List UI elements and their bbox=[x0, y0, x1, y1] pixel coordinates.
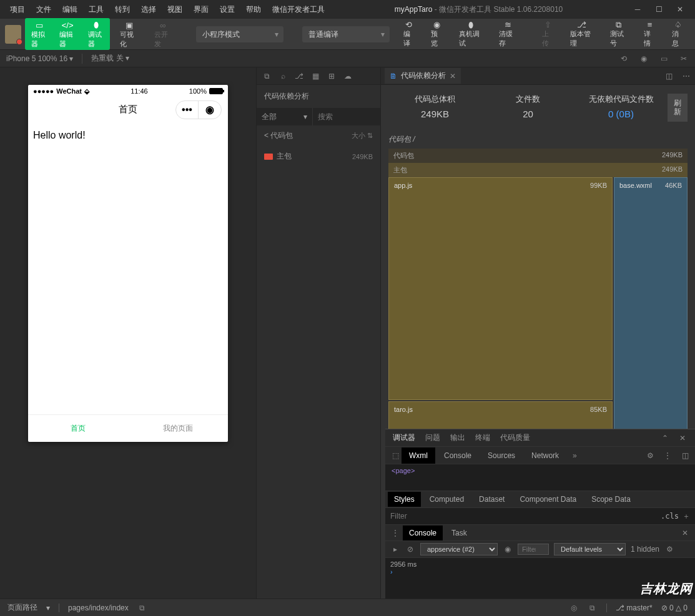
styles-tab[interactable]: Styles bbox=[388, 492, 421, 507]
breadcrumb[interactable]: 代码包 / bbox=[381, 130, 695, 149]
more-icon[interactable]: ⋯ bbox=[681, 72, 691, 81]
computed-tab[interactable]: Computed bbox=[423, 492, 470, 507]
menu-view[interactable]: 视图 bbox=[162, 2, 187, 17]
close-tab-icon[interactable]: ✕ bbox=[450, 72, 456, 81]
device-select[interactable]: iPhone 5 100% 16 ▾ bbox=[6, 54, 73, 63]
capsule-close[interactable]: ◉ bbox=[199, 101, 221, 119]
cloud2-icon[interactable]: ☁ bbox=[343, 72, 353, 81]
copy-icon[interactable]: ⧉ bbox=[262, 72, 272, 81]
tab-problems[interactable]: 问题 bbox=[425, 433, 440, 443]
test-button[interactable]: ⧉测试号 bbox=[604, 19, 634, 49]
dom-tree[interactable]: <page> bbox=[385, 464, 695, 477]
version-button[interactable]: ⎇版本管理 bbox=[564, 19, 600, 49]
preview-button[interactable]: ◉预览 bbox=[425, 19, 449, 49]
add-style-icon[interactable]: ＋ bbox=[683, 511, 690, 522]
real-debug-button[interactable]: ⬮真机调试 bbox=[453, 19, 489, 49]
devtab-console[interactable]: Console bbox=[436, 447, 479, 464]
console-tab[interactable]: Console bbox=[403, 526, 443, 540]
scopedata-tab[interactable]: Scope Data bbox=[585, 492, 637, 507]
mode-select[interactable]: 小程序模式 bbox=[196, 26, 283, 42]
maximize-button[interactable]: ☐ bbox=[654, 4, 664, 14]
simulator-button[interactable]: ▭模拟器 bbox=[25, 18, 54, 50]
message-button[interactable]: ♤消息 bbox=[666, 19, 690, 49]
console-prompt[interactable]: › bbox=[390, 568, 690, 575]
console-close-icon[interactable]: ✕ bbox=[680, 529, 690, 537]
cls-toggle[interactable]: .cls bbox=[657, 512, 683, 521]
dataset-tab[interactable]: Dataset bbox=[473, 492, 511, 507]
search-icon[interactable]: ⌕ bbox=[278, 72, 288, 81]
dep-filter-select[interactable]: 全部▾ bbox=[257, 108, 313, 125]
avatar[interactable] bbox=[5, 25, 21, 44]
menu-wechat[interactable]: 微信开发者工具 bbox=[267, 2, 330, 17]
devtab-wxml[interactable]: Wxml bbox=[402, 447, 435, 464]
hidden-count[interactable]: 1 hidden bbox=[631, 545, 659, 554]
chevron-up-icon[interactable]: ⌃ bbox=[660, 434, 670, 442]
visual-button[interactable]: ▣可视化 bbox=[114, 18, 144, 50]
device-icon[interactable]: ▭ bbox=[659, 54, 669, 63]
dep-main-pkg[interactable]: 主包 249KB bbox=[257, 146, 380, 167]
styles-filter-input[interactable] bbox=[390, 512, 657, 521]
target-icon[interactable]: ◎ bbox=[569, 604, 579, 612]
clear-cache-button[interactable]: ≋清缓存 bbox=[493, 19, 523, 49]
record-icon[interactable]: ◉ bbox=[639, 54, 649, 63]
menu-project[interactable]: 项目 bbox=[5, 2, 30, 17]
git-icon[interactable]: ⎇ bbox=[294, 72, 304, 81]
clear-icon[interactable]: ⊘ bbox=[405, 545, 415, 554]
devtab-more[interactable]: » bbox=[568, 451, 582, 460]
close-panel-icon[interactable]: ✕ bbox=[678, 434, 688, 442]
editor-button[interactable]: </>编辑器 bbox=[53, 18, 82, 50]
debugger-button[interactable]: ⬮调试器 bbox=[82, 18, 111, 50]
tab-terminal[interactable]: 终端 bbox=[475, 433, 490, 443]
console-menu-icon[interactable]: ⋮ bbox=[390, 529, 400, 537]
compile-button[interactable]: ⟲编译 bbox=[397, 19, 421, 49]
tab-debugger[interactable]: 调试器 bbox=[393, 433, 415, 443]
capsule-menu[interactable]: ••• bbox=[176, 101, 199, 119]
upload-button[interactable]: ⇧上传 bbox=[536, 19, 560, 49]
dep-back[interactable]: < 代码包大小 ⇅ bbox=[257, 125, 380, 146]
float-icon[interactable]: ⧉ bbox=[588, 604, 598, 612]
menu-tools[interactable]: 工具 bbox=[84, 2, 109, 17]
analysis-tab[interactable]: 🗎 代码依赖分析 ✕ bbox=[385, 68, 461, 84]
minimize-button[interactable]: ─ bbox=[633, 4, 643, 14]
devtab-sources[interactable]: Sources bbox=[480, 447, 523, 464]
top-icon[interactable]: ▸ bbox=[390, 545, 400, 554]
menu-help[interactable]: 帮助 bbox=[241, 2, 266, 17]
close-button[interactable]: ✕ bbox=[675, 4, 685, 14]
phone-tab-home[interactable]: 首页 bbox=[28, 415, 128, 442]
context-select[interactable]: appservice (#2) bbox=[420, 543, 498, 555]
git-branch[interactable]: ⎇ master* bbox=[616, 604, 653, 612]
menu-edit[interactable]: 编辑 bbox=[57, 2, 82, 17]
cut-icon[interactable]: ✂ bbox=[679, 54, 689, 63]
gear-icon[interactable]: ⚙ bbox=[645, 451, 655, 460]
menu-settings[interactable]: 设置 bbox=[215, 2, 240, 17]
phone-tab-mine[interactable]: 我的页面 bbox=[128, 415, 228, 442]
problems-count[interactable]: ⊘ 0 △ 0 bbox=[661, 604, 688, 612]
eye2-icon[interactable]: ◉ bbox=[503, 545, 513, 554]
menu-goto[interactable]: 转到 bbox=[110, 2, 135, 17]
task-tab[interactable]: Task bbox=[445, 526, 473, 540]
page-path[interactable]: pages/index/index bbox=[68, 604, 129, 612]
treemap-app[interactable]: app.js99KB bbox=[388, 177, 613, 400]
gear2-icon[interactable]: ⚙ bbox=[664, 545, 674, 554]
copy-path-icon[interactable]: ⧉ bbox=[137, 604, 147, 612]
tab-output[interactable]: 输出 bbox=[450, 433, 465, 443]
compile-mode-select[interactable]: 普通编译 bbox=[302, 26, 390, 42]
detail-button[interactable]: ≡详情 bbox=[638, 19, 662, 49]
refresh-button[interactable]: 刷新 bbox=[668, 94, 688, 122]
menu-ui[interactable]: 界面 bbox=[189, 2, 214, 17]
dock-icon[interactable]: ◫ bbox=[680, 451, 690, 460]
tab-quality[interactable]: 代码质量 bbox=[500, 433, 530, 443]
rotate-icon[interactable]: ⟲ bbox=[619, 54, 629, 63]
componentdata-tab[interactable]: Component Data bbox=[513, 492, 583, 507]
inspect-icon[interactable]: ⬚ bbox=[390, 451, 400, 460]
menu-select[interactable]: 选择 bbox=[136, 2, 161, 17]
reload-select[interactable]: 热重载 关 ▾ bbox=[91, 53, 129, 64]
devtab-network[interactable]: Network bbox=[524, 447, 566, 464]
ext-icon[interactable]: ▦ bbox=[310, 72, 320, 81]
box-icon[interactable]: ⊞ bbox=[327, 72, 337, 81]
console-filter-input[interactable] bbox=[518, 544, 549, 555]
levels-select[interactable]: Default levels bbox=[554, 543, 626, 555]
menu-file[interactable]: 文件 bbox=[31, 2, 56, 17]
vdots-icon[interactable]: ⋮ bbox=[663, 451, 673, 460]
split-icon[interactable]: ◫ bbox=[664, 72, 674, 81]
